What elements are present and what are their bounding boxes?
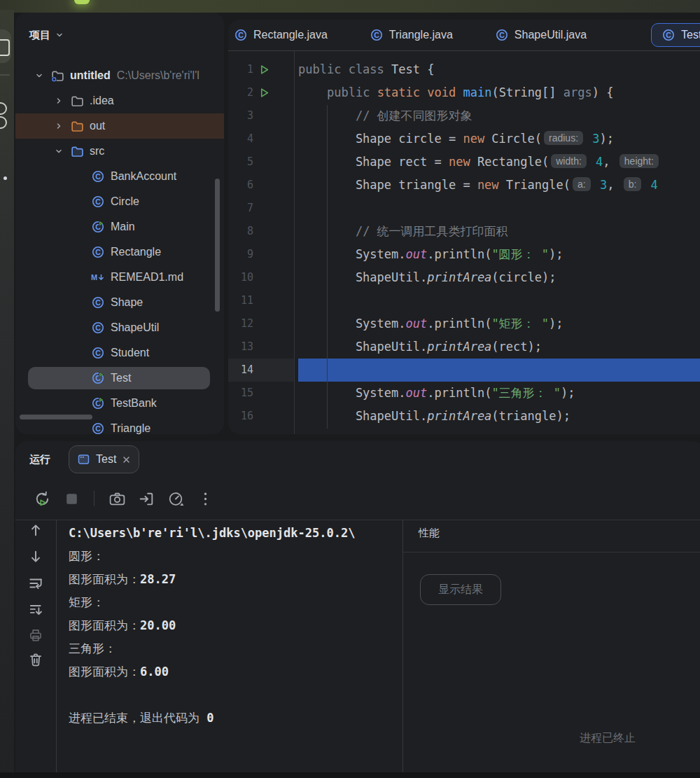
scroll-to-end-icon[interactable] xyxy=(27,602,44,618)
folder-src-icon xyxy=(70,144,84,158)
run-tab-test[interactable]: Test xyxy=(69,445,139,473)
chevron-right-icon[interactable] xyxy=(52,94,66,108)
class-icon: C xyxy=(370,28,384,42)
console-line: 进程已结束，退出代码为 0 xyxy=(69,707,402,730)
console-line: 三角形： xyxy=(69,637,402,660)
divider xyxy=(56,520,57,778)
console-output[interactable]: C:\Users\b're'ri'l\.jdks\openjdk-25.0.2\… xyxy=(69,520,402,778)
line-number: 14 xyxy=(228,359,253,382)
tree-item-remead1-md[interactable]: MREMEAD1.md xyxy=(15,265,224,290)
divider xyxy=(403,552,700,553)
markdown-icon: M xyxy=(91,270,105,284)
tree-item-circle[interactable]: CCircle xyxy=(15,189,224,214)
code-line[interactable]: 16 ShapeUtil.printArea(triangle); xyxy=(228,405,700,428)
tab-test[interactable]: CTest xyxy=(651,23,700,47)
console-line: 图形面积为：20.00 xyxy=(69,614,402,637)
horizontal-scrollbar[interactable] xyxy=(20,415,92,419)
tab-rectangle-java[interactable]: CRectangle.java xyxy=(228,20,349,50)
line-number: 8 xyxy=(228,220,253,243)
more-tools-dot xyxy=(4,176,7,180)
arrow-up-icon[interactable] xyxy=(27,522,44,539)
code-line[interactable]: 9 System.out.println("圆形： "); xyxy=(228,243,700,266)
line-number: 10 xyxy=(228,266,253,289)
exit-icon[interactable] xyxy=(136,489,156,508)
code-line[interactable]: 11 xyxy=(228,289,700,312)
line-number: 2 xyxy=(228,81,253,104)
tab-label: ShapeUtil.java xyxy=(514,29,587,41)
code-text: Shape circle = new Circle(radius: 3); xyxy=(298,127,614,151)
show-results-button[interactable]: 显示结果 xyxy=(420,574,501,605)
tree-item-shape[interactable]: CShape xyxy=(15,290,224,315)
code-line[interactable]: 13 ShapeUtil.printArea(rect); xyxy=(228,335,700,359)
svg-text:C: C xyxy=(238,31,244,39)
code-line[interactable]: 14 xyxy=(228,359,700,382)
background-glint xyxy=(74,0,90,4)
code-line[interactable]: 7 xyxy=(228,197,700,220)
run-panel-title: 运行 xyxy=(29,453,50,466)
code-line[interactable]: 8 // 统一调用工具类打印面积 xyxy=(228,220,700,243)
code-line[interactable]: 3 // 创建不同图形对象 xyxy=(228,104,700,127)
code-text: ShapeUtil.printArea(triangle); xyxy=(298,405,570,428)
folder-icon xyxy=(70,94,84,108)
run-line-icon[interactable] xyxy=(259,58,276,81)
project-icon xyxy=(50,69,64,83)
gauge-icon[interactable] xyxy=(166,489,186,508)
tree-item-idea[interactable]: .idea xyxy=(15,88,224,113)
editor-body[interactable]: 1public class Test {2 public static void… xyxy=(228,51,700,434)
code-line[interactable]: 2 public static void main(String[] args)… xyxy=(228,81,700,104)
print-icon[interactable] xyxy=(27,627,44,644)
tree-item-untitled[interactable]: untitledC:\Users\b're'ri'l'l xyxy=(15,63,224,88)
svg-text:C: C xyxy=(374,31,379,39)
code-line[interactable]: 4 Shape circle = new Circle(radius: 3); xyxy=(228,127,700,151)
run-line-icon[interactable] xyxy=(259,81,276,104)
console-line: 图形面积为：6.00 xyxy=(69,660,402,683)
editor-tab-bar: CRectangle.javaCTriangle.javaCShapeUtil.… xyxy=(228,20,700,50)
tree-item-label: Triangle xyxy=(111,422,150,434)
code-line[interactable]: 6 Shape triangle = new Triangle(a: 3, b:… xyxy=(228,174,700,197)
stop-icon[interactable] xyxy=(62,489,81,508)
chevron-down-icon[interactable] xyxy=(52,144,66,158)
tree-item-path: C:\Users\b're'ri'l'l xyxy=(117,69,200,82)
rerun-icon[interactable] xyxy=(32,489,52,508)
line-number: 15 xyxy=(228,382,253,405)
tab-shapeutil-java[interactable]: CShapeUtil.java xyxy=(474,20,608,50)
tree-item-testbank[interactable]: CTestBank xyxy=(15,391,224,416)
tab-triangle-java[interactable]: CTriangle.java xyxy=(349,20,474,50)
tree-item-label: Test xyxy=(111,372,131,384)
chevron-right-icon[interactable] xyxy=(52,119,66,133)
chevron-down-icon[interactable] xyxy=(32,69,46,83)
vertical-scrollbar[interactable] xyxy=(215,179,220,312)
line-number: 5 xyxy=(228,151,253,174)
tree-item-label: REMEAD1.md xyxy=(111,271,183,284)
tree-item-out[interactable]: out xyxy=(15,113,224,139)
code-line[interactable]: 12 System.out.println("矩形： "); xyxy=(228,312,700,335)
line-number: 6 xyxy=(228,174,253,197)
code-line[interactable]: 15 System.out.println("三角形： "); xyxy=(228,382,700,405)
tree-item-rectangle[interactable]: CRectangle xyxy=(15,239,224,265)
tree-item-shapeutil[interactable]: CShapeUtil xyxy=(15,315,224,340)
trash-icon[interactable] xyxy=(27,651,44,668)
tree-item-label: Main xyxy=(111,221,135,233)
soft-wrap-icon[interactable] xyxy=(27,575,44,592)
camera-icon[interactable] xyxy=(107,489,127,508)
code-line[interactable]: 1public class Test { xyxy=(228,58,700,81)
tree-item-student[interactable]: CStudent xyxy=(15,340,224,366)
arrow-down-icon[interactable] xyxy=(27,548,44,565)
close-icon[interactable] xyxy=(122,456,130,464)
chevron-down-icon[interactable] xyxy=(55,31,64,39)
commit-icon[interactable] xyxy=(0,102,7,115)
code-line[interactable]: 10 ShapeUtil.printArea(circle); xyxy=(228,266,700,289)
tree-item-label: Circle xyxy=(111,195,139,208)
code-area[interactable]: 1public class Test {2 public static void… xyxy=(228,58,700,428)
commit-icon[interactable] xyxy=(0,116,7,129)
svg-text:C: C xyxy=(499,31,505,39)
code-line[interactable]: 5 Shape rect = new Rectangle(width: 4, h… xyxy=(228,151,700,174)
class-icon: C xyxy=(91,195,105,209)
tree-item-bankaccount[interactable]: CBankAccount xyxy=(15,164,224,189)
class-icon: C xyxy=(662,28,676,42)
code-text: System.out.println("圆形： "); xyxy=(298,243,564,266)
more-icon[interactable] xyxy=(195,489,215,508)
tree-item-test[interactable]: CTest xyxy=(15,366,224,391)
tree-item-main[interactable]: CMain xyxy=(15,214,224,239)
tree-item-src[interactable]: src xyxy=(15,139,224,164)
